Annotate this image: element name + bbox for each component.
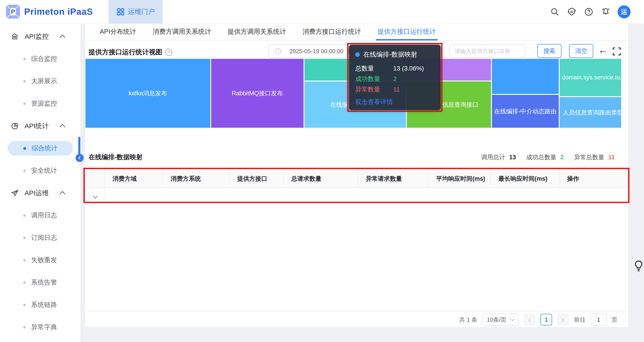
item-dot-icon [23,282,26,284]
table-header-cell: 最长响应时间(ms) [490,170,559,188]
stat-tab[interactable]: 提供方接口运行统计 [378,24,436,40]
sidebar-item[interactable]: 调用日志 [0,204,80,226]
pagination: 共 1 条 10条/页 ‹ 1 › 前往 页 [459,314,618,326]
table-header-cell: 异常请求数量 [358,170,428,188]
sidebar-item-pill[interactable]: 综合统计 [8,141,73,156]
sidebar-item-pill[interactable]: 失败重发 [8,253,73,268]
sidebar-item-pill[interactable]: 综合监控 [8,52,73,66]
sidebar-group: API统计 综合统计 [0,115,80,182]
help-tooltip-icon[interactable]: ? [165,49,172,56]
portal-tab[interactable]: 运维门户 [108,0,162,24]
detail-section-title: 在线编排-数据映射 [88,153,143,162]
sidebar-item-pill[interactable]: 大屏展示 [8,74,73,88]
chevron-up-icon[interactable] [60,34,65,40]
treemap-block[interactable]: 人员信息查询路由类型接 [559,97,622,128]
logo-icon: P [6,4,20,19]
sidebar-item-label: 调用日志 [31,211,57,220]
sidebar-item-pill[interactable]: 调用日志 [8,208,73,223]
stat-tab[interactable]: API分布统计 [100,24,136,40]
user-avatar[interactable]: 运 [618,5,630,18]
next-page-button[interactable]: › [557,314,569,326]
sidebar-item-pill[interactable]: 安全统计 [8,163,73,178]
chevron-up-icon[interactable] [60,191,65,196]
chevron-down-icon[interactable] [92,194,98,199]
sidebar-group-header[interactable]: API统计 [0,115,80,137]
treemap-block[interactable]: kafka消息发布 [85,58,211,128]
tooltip-stat-label: 总数量 [355,63,393,74]
clock-icon [275,48,282,55]
annotation-tooltip-frame: 在线编排-数据映射 总数量 13 (3.06%) 成功数量 2 异常数量 [347,43,442,112]
sidebar-item-pill[interactable]: 异常字典 [8,320,73,334]
tooltip-stat-row: 异常数量 11 [355,84,434,94]
fullscreen-icon[interactable] [612,47,622,56]
treemap-block[interactable]: 在线编排-中介动态路由 [492,94,559,128]
back-arrow-icon[interactable]: ← [598,45,608,55]
sidebar-group-header[interactable]: API监控 [0,25,80,48]
provider-stats-table: 消费方域消费方系统提供方接口总请求数量异常请求数量平均响应时间(ms)最长响应时… [85,169,628,204]
summary-stat-value: 11 [608,154,615,161]
notifications-bell-icon[interactable] [600,7,611,17]
sidebar-item[interactable]: 订阅日志 [0,226,80,249]
goto-page-input[interactable] [590,314,607,326]
prev-page-button[interactable]: ‹ [524,314,536,326]
sidebar-item-label: 系统告警 [31,278,57,287]
goto-label: 前往 [574,316,586,324]
sidebar-item[interactable]: 系统链路 [0,294,80,316]
tooltip-detail-link[interactable]: 双击查看详情 [355,98,434,106]
sidebar-item-pill[interactable]: 资源监控 [8,96,73,111]
help-icon[interactable] [584,7,594,17]
stat-tab[interactable]: 消费方接口运行统计 [303,24,361,40]
page-size-select[interactable]: 10条/页 [482,314,518,326]
treemap-tooltip: 在线编排-数据映射 总数量 13 (3.06%) 成功数量 2 异常数量 [349,45,441,110]
sidebar: API监控 综合监控 [0,24,81,342]
sidebar-item[interactable]: 安全统计 [0,160,80,182]
tooltip-stat-value: 13 (3.06%) [393,63,424,74]
sidebar-item[interactable]: 大屏展示 [0,70,80,92]
stat-tabs: API分布统计 消费方调用关系统计 提供方调用关系统计 消费方接口运行统计 提供… [85,24,628,40]
treemap-block[interactable]: RabbitMQ接口发布 [211,58,304,128]
current-page-button[interactable]: 1 [540,314,552,326]
sidebar-item-pill[interactable]: 系统告警 [8,275,73,290]
item-dot-icon [23,304,26,306]
stat-tab[interactable]: 提供方调用关系统计 [228,24,286,40]
treemap-block-label: 信息查询接口 [442,101,478,109]
sidebar-group-label: API监控 [24,32,49,41]
treemap-block-label: 在线编排-中介动态路由 [494,107,556,116]
sidebar-item[interactable]: 失败重发 [0,249,80,271]
sidebar-item[interactable]: 综合监控 [0,48,80,70]
treemap-block[interactable]: domain.sys.service.tu. [559,58,622,97]
clear-button[interactable]: 清空 [569,44,593,58]
table-header-cell: 提供方接口 [229,170,284,188]
ai-assistant-icon[interactable]: AI [566,7,577,17]
summary-stat-label: 成功总数量 [526,153,556,161]
item-dot-icon [23,326,26,328]
sidebar-group-header[interactable]: API运维 [0,182,80,204]
treemap-block-label: RabbitMQ接口发布 [232,89,283,97]
chevron-up-icon[interactable] [60,124,65,130]
lightbulb-icon[interactable] [634,260,644,272]
item-dot-icon [23,170,26,172]
treemap-block[interactable] [492,58,559,94]
item-dot-icon [23,259,26,262]
search-icon[interactable] [550,7,560,17]
stat-tab-label: 消费方调用关系统计 [153,27,211,36]
top-bar: P Primeton iPaaS 运维门户 AI [0,0,644,24]
svg-text:P: P [11,8,15,15]
sidebar-item-pill[interactable]: 系统链路 [8,298,73,312]
page-unit-label: 页 [612,316,618,324]
sidebar-group: API监控 综合监控 [0,25,80,115]
provider-search-input[interactable] [454,48,527,54]
sidebar-item-pill[interactable]: 订阅日志 [8,230,73,245]
treemap-block-label: 人员信息查询路由类型接 [563,108,622,116]
sidebar-item[interactable]: 资源监控 [0,92,80,115]
sidebar-item[interactable]: 系统告警 [0,271,80,294]
treemap-block-label: domain.sys.service.tu. [562,74,622,81]
stat-tab-label: API分布统计 [100,27,136,36]
sidebar-item-label: 安全统计 [31,166,57,175]
stat-tab[interactable]: 消费方调用关系统计 [153,24,211,40]
sidebar-collapse-handle[interactable] [76,154,84,162]
search-button[interactable]: 搜索 [537,44,562,58]
tooltip-stat-value: 11 [393,84,400,94]
sidebar-item[interactable]: 异常字典 [0,316,80,338]
sidebar-item[interactable]: 综合统计 [0,137,80,160]
